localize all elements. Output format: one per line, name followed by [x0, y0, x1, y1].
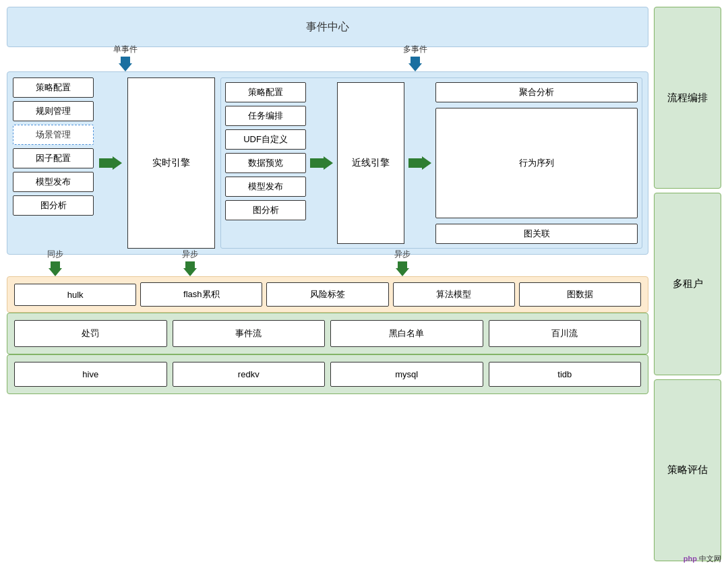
layer2-item0: 处罚: [14, 320, 167, 347]
realtime-engine-box: 实时引擎: [127, 77, 215, 249]
storage-risk: 风险标签: [266, 282, 388, 307]
nearline-engine-label: 近线引擎: [352, 157, 390, 169]
layer2-item3: 百川流: [489, 320, 642, 347]
right-column: 聚合分析 行为序列 图关联: [435, 82, 638, 244]
sidebar-item-0: 流程编排: [654, 7, 721, 189]
right-controls-panel: 策略配置 任务编排 UDF自定义 数据预览 模型发布 图分析: [225, 82, 306, 244]
event-center-label: 事件中心: [306, 20, 349, 34]
storage-hulk: hulk: [14, 284, 136, 306]
async-label2: 异步: [394, 249, 411, 260]
right-item-5: 图分析: [225, 200, 306, 220]
right-item-0: 策略配置: [225, 82, 306, 102]
multi-event-arrow: [408, 57, 422, 71]
realtime-engine-label: 实时引擎: [152, 157, 190, 169]
layer3-item1: redkv: [173, 362, 326, 387]
flow-wrapper: 事件中心 单事件 多事件: [7, 7, 648, 561]
storage-algo: 算法模型: [393, 282, 515, 307]
left-item-1: 规则管理: [13, 101, 94, 121]
sidebar-item-1: 多租户: [654, 193, 721, 375]
layer3-item0: hive: [14, 362, 167, 387]
right-item-2: UDF自定义: [225, 129, 306, 150]
layer2: 处罚 事件流 黑白名单 百川流: [7, 313, 648, 354]
graph-link-box: 图关联: [435, 224, 638, 244]
storage-flash: flash累积: [140, 282, 262, 307]
aggregate-analysis-box: 聚合分析: [435, 82, 638, 102]
left-controls-panel: 策略配置 规则管理 场景管理 因子配置 模型发布 图分析: [13, 77, 94, 249]
right-item-3: 数据预览: [225, 153, 306, 173]
watermark: php 中文网: [684, 554, 721, 564]
async-arrow2: [396, 261, 409, 276]
right-item-4: 模型发布: [225, 177, 306, 197]
left-item-3: 因子配置: [13, 148, 94, 168]
left-item-4: 模型发布: [13, 172, 94, 192]
sync-arrow: [49, 261, 62, 276]
right-sidebar: 流程编排 多租户 策略评估: [654, 7, 721, 561]
left-item-5: 图分析: [13, 195, 94, 216]
storage-graph: 图数据: [519, 282, 641, 307]
async-arrow1: [183, 261, 197, 276]
async-label1: 异步: [182, 249, 198, 260]
behavior-sequence-box: 行为序列: [435, 108, 638, 218]
single-event-label: 单事件: [113, 44, 138, 55]
multi-event-label: 多事件: [403, 44, 427, 55]
layer2-item1: 事件流: [173, 320, 326, 347]
sync-label: 同步: [47, 249, 63, 260]
nearline-engine-box: 近线引擎: [337, 82, 404, 244]
storage-layer: hulk flash累积 风险标签 算法模型 图数据: [7, 276, 648, 313]
right-to-nearline-arrow: [310, 82, 333, 244]
layer3-item2: mysql: [330, 362, 483, 387]
nearline-to-right-arrow: [408, 82, 431, 244]
right-item-1: 任务编排: [225, 106, 306, 126]
left-item-2: 场景管理: [13, 125, 94, 145]
layer3: hive redkv mysql tidb: [7, 354, 648, 394]
left-to-realtime-arrow: [99, 77, 122, 249]
event-center: 事件中心: [7, 7, 648, 47]
layer2-item2: 黑白名单: [330, 320, 483, 347]
left-item-0: 策略配置: [13, 77, 94, 98]
main-container: 事件中心 单事件 多事件: [0, 0, 728, 568]
sidebar-item-2: 策略评估: [654, 379, 721, 561]
layer3-item3: tidb: [489, 362, 642, 387]
single-event-arrow: [119, 57, 132, 71]
